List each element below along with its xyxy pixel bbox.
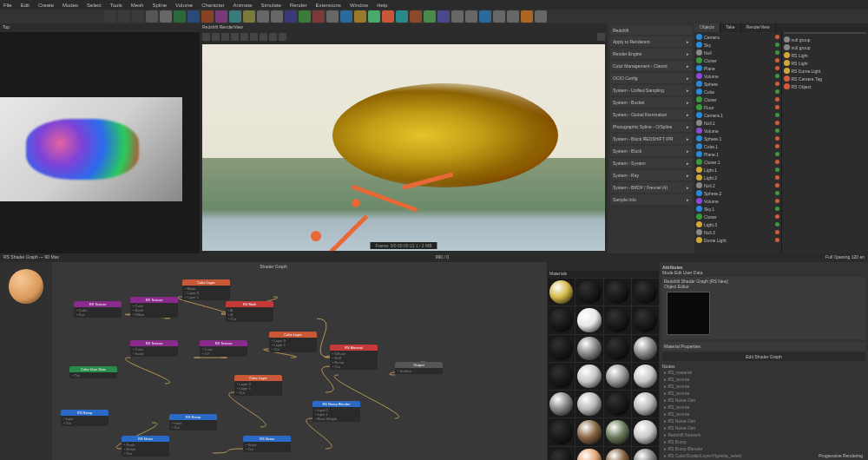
menu-spline[interactable]: Spline: [152, 3, 167, 8]
menu-volume[interactable]: Volume: [175, 3, 193, 8]
menu-mesh[interactable]: Mesh: [131, 3, 144, 8]
object-visibility-dot[interactable]: [775, 43, 779, 47]
shader-node[interactable]: Output • Surface: [395, 362, 443, 374]
object-tree-item[interactable]: Volume: [696, 127, 779, 135]
toolbar-icon-24[interactable]: [437, 10, 450, 23]
object-visibility-dot[interactable]: [775, 230, 779, 234]
object-tree-item[interactable]: Floor: [696, 103, 779, 111]
shader-node[interactable]: RS Texture • Color• Scale• Offset: [130, 297, 178, 318]
object-visibility-dot[interactable]: [775, 191, 779, 195]
object-tree-item[interactable]: Volume: [696, 197, 779, 205]
object-visibility-dot[interactable]: [775, 144, 779, 148]
toolbar-icon-12[interactable]: [271, 10, 283, 23]
attribute-tree-item[interactable]: ▸ RS_material: [662, 369, 865, 376]
region-icon[interactable]: [240, 33, 248, 41]
attribute-tree-item[interactable]: ▸ RS Noise Gen: [662, 417, 865, 424]
menu-character[interactable]: Character: [201, 3, 224, 8]
render-stop-icon[interactable]: [212, 33, 220, 41]
material-swatch[interactable]: [575, 391, 602, 417]
shader-node[interactable]: RS Noise • Scale• Out: [243, 436, 291, 452]
object-tree-item[interactable]: Cloner.1: [696, 158, 779, 166]
material-swatch[interactable]: [548, 306, 575, 333]
toolbar-icon-27[interactable]: [479, 10, 491, 23]
node-port[interactable]: • Out: [124, 451, 167, 456]
toolbar-icon-17[interactable]: [340, 10, 352, 23]
material-swatch[interactable]: [575, 279, 602, 306]
toolbar-icon-9[interactable]: [229, 10, 241, 23]
node-port[interactable]: • UV: [202, 352, 245, 356]
toolbar-icon-15[interactable]: [312, 10, 325, 23]
render-start-icon[interactable]: [202, 33, 210, 41]
render-setting-section[interactable]: Apply to Renderers▸: [610, 36, 692, 47]
settings-icon[interactable]: [597, 33, 605, 41]
object-tree-item[interactable]: Cloner: [696, 95, 779, 103]
attribute-tree-item[interactable]: ▸ RS Noise Gen: [662, 424, 865, 431]
shader-node[interactable]: RS Ramp • Input• Out: [169, 414, 217, 430]
render-setting-section[interactable]: System - Bucket▸: [610, 97, 692, 108]
shader-node[interactable]: RS Math • A• B• Out: [226, 301, 273, 322]
object-tree-item[interactable]: Light.2: [696, 174, 779, 181]
menu-help[interactable]: Help: [377, 3, 387, 8]
object-visibility-dot[interactable]: [775, 168, 779, 172]
object-tree-item[interactable]: Null.1: [696, 119, 779, 127]
toolbar-icon-18[interactable]: [354, 10, 366, 23]
toolbar-icon-31[interactable]: [535, 10, 547, 23]
shader-node[interactable]: RS Texture • Color• Scale: [130, 340, 178, 357]
material-swatch[interactable]: [604, 363, 631, 390]
node-port[interactable]: • Surface: [398, 369, 440, 373]
material-swatch[interactable]: [632, 363, 659, 390]
node-port[interactable]: • Out: [237, 391, 279, 395]
render-setting-section[interactable]: Sample Info▸: [610, 194, 692, 205]
material-swatch[interactable]: [548, 418, 575, 445]
material-swatch[interactable]: [548, 391, 575, 417]
toolbar-icon-11[interactable]: [257, 10, 269, 23]
shader-node[interactable]: RS Texture • Color• UV: [200, 340, 247, 357]
render-setting-section[interactable]: System - Ray▸: [610, 170, 692, 181]
object-tree-item[interactable]: Cube.1: [696, 142, 779, 150]
material-swatch[interactable]: [632, 418, 659, 445]
object-tree-item[interactable]: RS Dome Light: [784, 67, 867, 75]
shader-node[interactable]: RS Texture • Color• Out: [74, 301, 122, 318]
object-tree-item[interactable]: Sphere.1: [696, 135, 779, 142]
render-setting-section[interactable]: System - Block REDSHIFT IPR▸: [610, 134, 692, 144]
node-port[interactable]: • Out: [172, 425, 214, 430]
toolbar-icon-3[interactable]: [146, 10, 158, 23]
menu-modes[interactable]: Modes: [62, 3, 78, 8]
material-swatch[interactable]: [575, 335, 602, 362]
timeline[interactable]: RS Shader Graph — 90 Max 990 / 0 Full Op…: [0, 253, 868, 262]
render-setting-section[interactable]: Color Management - Classic▸: [610, 61, 692, 71]
viewport-top[interactable]: Top: [0, 23, 200, 253]
menu-select[interactable]: Select: [87, 3, 102, 8]
toolbar-icon-4[interactable]: [160, 10, 172, 23]
material-swatch[interactable]: [575, 447, 602, 461]
material-swatch[interactable]: [575, 306, 602, 333]
material-swatch[interactable]: [604, 418, 631, 445]
material-swatch[interactable]: [548, 363, 575, 390]
toolbar-icon-30[interactable]: [521, 10, 533, 23]
node-port[interactable]: • Out: [76, 312, 119, 317]
shader-node[interactable]: RS Noise • Scale• Detail• Out: [122, 436, 169, 457]
object-visibility-dot[interactable]: [775, 82, 779, 86]
material-swatch[interactable]: [604, 279, 631, 306]
shader-node[interactable]: RS Bump Blender • Input 0• Input 1• Base…: [312, 401, 360, 422]
shader-node[interactable]: Color User Data • Out: [69, 366, 117, 378]
attribute-tree-item[interactable]: ▸ Redshift Network: [662, 431, 865, 438]
object-visibility-dot[interactable]: [775, 50, 779, 55]
tab-renderview[interactable]: RenderView: [741, 23, 776, 32]
toolbar-icon-10[interactable]: [243, 10, 255, 23]
node-port[interactable]: • Out: [246, 447, 288, 451]
edit-shader-graph-button[interactable]: Edit Shader Graph: [662, 352, 865, 361]
menu-file[interactable]: File: [3, 3, 12, 8]
toolbar-icon-26[interactable]: [465, 10, 477, 23]
object-tree-item[interactable]: Cloner: [696, 213, 779, 220]
object-visibility-dot[interactable]: [775, 175, 779, 180]
toolbar-icon-7[interactable]: [201, 10, 214, 23]
shader-node[interactable]: Color Layer • Layer 0• Layer 1• Out: [234, 375, 282, 396]
tab-objects[interactable]: Objects: [694, 23, 720, 32]
node-port[interactable]: • Offset: [133, 312, 175, 317]
shader-node[interactable]: Color Layer • Mode• Layer 0• Layer 1: [182, 279, 230, 300]
bucket-icon[interactable]: [231, 33, 239, 41]
material-swatch[interactable]: [632, 447, 659, 461]
toolbar-icon-20[interactable]: [382, 10, 394, 23]
toolbar-icon-19[interactable]: [368, 10, 380, 23]
